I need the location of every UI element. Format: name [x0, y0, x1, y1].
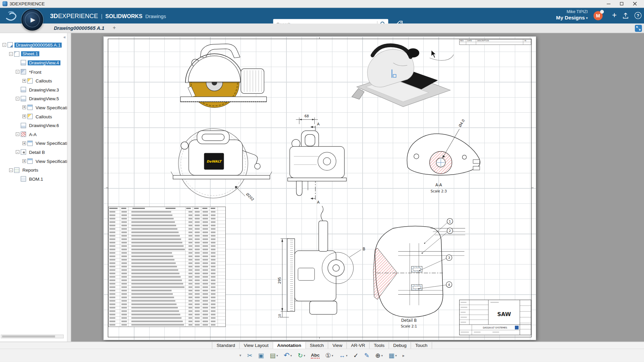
tree-item-drawingview-6[interactable]: +DrawingView.6	[0, 121, 67, 130]
tree-item-front[interactable]: -*Front	[0, 67, 67, 76]
collapse-toggle[interactable]: -	[16, 97, 19, 101]
rebuild-button[interactable]: ↻▾	[296, 352, 307, 359]
annotate-pen-button[interactable]: ✎	[362, 352, 372, 359]
collapse-toggle[interactable]: -	[16, 150, 19, 154]
new-tab-button[interactable]: +	[111, 24, 118, 31]
copy-button[interactable]: ▣	[256, 352, 266, 359]
paste-button[interactable]: ▤▾	[268, 352, 280, 359]
avatar[interactable]: M	[593, 11, 602, 20]
fullscreen-toggle[interactable]	[635, 25, 642, 32]
more-button[interactable]: ▸	[400, 353, 407, 358]
tree-item-sheet-1[interactable]: -Sheet.1	[0, 50, 67, 59]
detail-scale[interactable]: Scale 2:1	[401, 324, 417, 328]
collapse-toggle[interactable]: -	[2, 43, 6, 47]
tree-item-callouts[interactable]: +Callouts	[0, 76, 67, 85]
drawing-sheet[interactable]: REV DATE DESCRIPTION IN	[103, 37, 536, 340]
tree-item-drawingview-5[interactable]: -DrawingView.5	[0, 94, 67, 103]
view-section-aa[interactable]: Ø4.0 A-A Scale 2:3	[407, 118, 480, 193]
tree-item-drawingview-4[interactable]: +DrawingView.4	[0, 58, 67, 67]
tree-item-drawing00000565-a-1[interactable]: -Drawing00000565 A.1	[0, 41, 67, 50]
tree-item-callouts[interactable]: +Callouts	[0, 112, 67, 121]
paste-dropdown-arrow[interactable]: ▾	[276, 354, 278, 357]
ribbon-tab-view-layout[interactable]: View Layout	[239, 342, 273, 349]
undo-dropdown-arrow[interactable]: ▾	[290, 354, 292, 357]
collapse-toggle[interactable]: -	[9, 52, 13, 56]
ribbon-tab-ar-vr[interactable]: AR-VR	[347, 342, 370, 349]
dim-height[interactable]: 295	[277, 277, 281, 284]
scrollbar-thumb[interactable]	[2, 336, 55, 338]
section-marker-top[interactable]: A	[317, 122, 320, 126]
expand-toggle[interactable]: +	[22, 106, 26, 109]
balloon-button[interactable]: ①▾	[323, 352, 335, 359]
collapse-toggle[interactable]: -	[9, 168, 13, 172]
tree-item-view-specification[interactable]: +View Specification	[0, 103, 67, 112]
balloon-4[interactable]: 4	[448, 283, 450, 287]
ribbon-tab-sketch[interactable]: Sketch	[306, 342, 328, 349]
spellcheck-button[interactable]: Abc	[309, 352, 322, 359]
drawing-canvas[interactable]: REV DATE DESCRIPTION IN	[71, 33, 644, 342]
workspace-selector[interactable]: My Designs▾	[556, 15, 588, 21]
tree-item-drawingview-3[interactable]: +DrawingView.3	[0, 85, 67, 94]
document-tab[interactable]: Drawing00000565 A.1	[51, 23, 108, 33]
view-iso-shaded[interactable]	[352, 45, 454, 107]
detail-title[interactable]: Detail B	[401, 318, 417, 323]
overflow-button[interactable]: ▾	[237, 353, 244, 358]
expand-toggle[interactable]: +	[22, 79, 26, 82]
collapse-toggle[interactable]: -	[16, 70, 19, 74]
compass-icon[interactable]: ▶	[21, 9, 43, 31]
ribbon-tab-touch[interactable]: Touch	[411, 342, 432, 349]
origin-button[interactable]: ⊕▾	[373, 352, 385, 359]
view-side[interactable]: 68 A A	[288, 114, 346, 204]
dim-width[interactable]: 68	[305, 114, 309, 118]
tree-item-a-a[interactable]: -A-A	[0, 130, 67, 139]
ribbon-tab-view[interactable]: View	[328, 342, 347, 349]
table-dropdown-arrow[interactable]: ▾	[395, 354, 396, 357]
dimension-button[interactable]: ↔▾	[337, 352, 350, 359]
ribbon-tab-annotation[interactable]: Annotation	[273, 342, 306, 349]
maximize-button[interactable]	[615, 0, 628, 7]
view-front[interactable]: DeWALT Ø202	[171, 129, 272, 202]
tree-item-reports[interactable]: -Reports	[0, 166, 67, 175]
bom-table[interactable]	[108, 207, 225, 327]
dim-blade-diameter[interactable]: Ø202	[246, 192, 255, 201]
tree-item-bom-1[interactable]: +BOM.1	[0, 175, 67, 184]
tree-item-view-specification[interactable]: +View Specification	[0, 139, 67, 148]
collapse-toggle[interactable]: -	[16, 132, 19, 136]
expand-toggle[interactable]: +	[22, 159, 26, 163]
view-iso-lineart[interactable]	[180, 44, 267, 108]
expand-toggle[interactable]: +	[22, 115, 26, 118]
dim-base[interactable]: 10	[278, 314, 281, 318]
approve-button[interactable]: ✓	[351, 352, 361, 359]
ribbon-tab-debug[interactable]: Debug	[389, 342, 411, 349]
close-button[interactable]	[628, 0, 641, 7]
balloon-2[interactable]: 2	[449, 229, 451, 233]
panel-collapse-button[interactable]: «	[63, 35, 66, 40]
cut-button[interactable]: ✂	[245, 352, 254, 359]
rebuild-dropdown-arrow[interactable]: ▾	[304, 354, 305, 357]
section-scale[interactable]: Scale 2:3	[431, 189, 447, 193]
table-button[interactable]: ▦▾	[386, 352, 399, 359]
user-menu[interactable]: Mike TIPIZI My Designs▾	[556, 9, 588, 21]
expand-toggle[interactable]: +	[22, 141, 26, 145]
tree-item-detail-b[interactable]: -Detail B	[0, 148, 67, 157]
origin-dropdown-arrow[interactable]: ▾	[381, 354, 383, 357]
tree-item-view-specification[interactable]: +View Specification	[0, 157, 67, 166]
dim-hole-diameter[interactable]: Ø4.0	[458, 118, 466, 128]
section-marker-bottom[interactable]: A	[317, 200, 320, 204]
balloon-dropdown-arrow[interactable]: ▾	[332, 354, 333, 357]
help-button[interactable]: ?	[635, 12, 642, 19]
dimension-dropdown-arrow[interactable]: ▾	[346, 354, 347, 357]
panel-splitter[interactable]	[67, 33, 71, 342]
minimize-button[interactable]	[602, 0, 615, 7]
balloon-1[interactable]: 1	[449, 220, 451, 223]
view-detail-b[interactable]: 1 2 3 4 Detail B Scale 2:1	[373, 219, 465, 328]
ribbon-tab-standard[interactable]: Standard	[212, 342, 239, 349]
section-title[interactable]: A-A	[435, 183, 442, 188]
share-button[interactable]	[622, 12, 629, 21]
detail-marker[interactable]: B	[363, 247, 365, 251]
tree-horizontal-scrollbar[interactable]	[1, 335, 64, 338]
undo-button[interactable]: ↶▾	[282, 351, 294, 360]
view-detail-parent[interactable]: 295 10 B	[277, 206, 365, 318]
ribbon-tab-tools[interactable]: Tools	[370, 342, 389, 349]
add-content-button[interactable]: +	[612, 11, 617, 20]
